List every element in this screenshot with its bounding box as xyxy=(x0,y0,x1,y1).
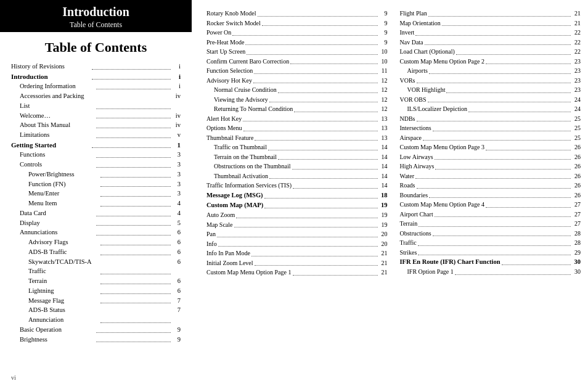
toc-item: Annunciations6 xyxy=(11,227,181,237)
toc-dots xyxy=(92,140,171,149)
toc-page: iv xyxy=(172,120,181,130)
toc-entry: VORs23 xyxy=(400,76,581,86)
entry-label: Strikes xyxy=(400,248,417,258)
entry-page: 26 xyxy=(572,181,581,190)
entry-label: IFR En Route (IFR) Chart Function xyxy=(400,257,500,267)
toc-dots xyxy=(100,199,171,207)
toc-entry: Custom Map Menu Option Page 223 xyxy=(400,57,581,67)
toc-item-label: Function (FN) xyxy=(28,179,99,189)
toc-dots xyxy=(100,170,171,178)
entry-label: Pan xyxy=(206,229,216,239)
toc-dots xyxy=(100,276,171,284)
toc-entry: Confirm Current Baro Correction10 xyxy=(206,57,388,67)
entry-page: 28 xyxy=(572,229,581,239)
entry-page: 30 xyxy=(572,257,581,267)
entry-page: 27 xyxy=(572,219,581,229)
toc-dots xyxy=(96,218,171,226)
entry-dots xyxy=(442,25,571,26)
entry-dots xyxy=(468,112,571,112)
toc-entry: Obstructions on the Thumbnail14 xyxy=(206,162,388,171)
toc-item: Data Card4 xyxy=(11,208,181,218)
entry-label: Map Scale xyxy=(206,220,233,230)
entry-label: Obstructions on the Thumbnail xyxy=(214,162,291,171)
entry-label: Water xyxy=(400,171,415,181)
entry-dots xyxy=(417,188,571,189)
entry-dots xyxy=(486,207,571,208)
entry-page: 14 xyxy=(379,152,388,162)
toc-entry: High Airways26 xyxy=(400,162,581,171)
sidebar-title: Introduction xyxy=(0,5,192,19)
entry-dots xyxy=(269,178,377,179)
toc-item: Advisory Flags6 xyxy=(11,237,181,247)
toc-item-label: About This Manual xyxy=(20,120,95,130)
toc-dots xyxy=(100,305,171,323)
toc-item: Accessories and Packing Listiv xyxy=(11,91,181,111)
toc-page: i xyxy=(172,81,181,91)
entry-dots xyxy=(293,188,377,189)
toc-dots xyxy=(100,286,171,294)
toc-page: i xyxy=(172,62,181,72)
toc-item: History of Revisionsi xyxy=(11,62,181,72)
entry-page: 28 xyxy=(572,238,581,248)
toc-page: 9 xyxy=(172,335,181,345)
toc-page: 7 xyxy=(172,296,181,306)
entry-dots xyxy=(435,159,571,160)
toc-entry: Viewing the Advisory12 xyxy=(206,95,388,105)
toc-entry: Custom Map Menu Option Page 121 xyxy=(206,268,388,277)
entry-page: 26 xyxy=(572,190,581,200)
sidebar-page-number: vi xyxy=(0,372,192,381)
entry-label: Load Chart (Optional) xyxy=(400,47,455,57)
toc-page: 3 xyxy=(172,150,181,160)
entry-page: 23 xyxy=(572,85,581,95)
entry-dots xyxy=(245,44,377,45)
toc-entry: Auto Zoom19 xyxy=(206,210,388,220)
entry-page: 26 xyxy=(572,142,581,152)
entry-page: 13 xyxy=(379,114,388,124)
toc-main-title: Table of Contents xyxy=(11,39,181,55)
entry-dots xyxy=(446,92,571,93)
entry-label: Terrain xyxy=(400,219,418,229)
entry-dots xyxy=(268,150,378,150)
toc-item-label: Basic Operation xyxy=(20,325,95,335)
toc-entry: Terrain27 xyxy=(400,219,581,229)
entry-label: Intersections xyxy=(400,123,431,133)
entry-dots xyxy=(423,140,571,141)
toc-entry: Alert Hot Key13 xyxy=(206,114,388,124)
toc-entry: Advisory Hot Key12 xyxy=(206,76,388,86)
toc-entry: Traffic Information Services (TIS)14 xyxy=(206,181,388,190)
entry-page: 26 xyxy=(572,171,581,181)
entry-label: VOR OBS xyxy=(400,95,427,105)
entry-dots xyxy=(428,102,571,102)
toc-entry: Power On9 xyxy=(206,28,388,38)
entry-page: 11 xyxy=(379,66,388,76)
entry-dots xyxy=(243,121,377,121)
col2: Flight Plan21Map Orientation21Invert22Na… xyxy=(400,9,581,375)
toc-entry: Flight Plan21 xyxy=(400,9,581,18)
sidebar-toc-list: History of RevisionsiIntroductioniOrderi… xyxy=(11,62,181,344)
entry-label: Message Log (MSG) xyxy=(206,190,263,200)
entry-label: Custom Map Menu Option Page 4 xyxy=(400,200,485,210)
toc-dots xyxy=(96,111,171,119)
entry-dots xyxy=(264,208,377,208)
toc-item-label: ADS-B Traffic xyxy=(28,247,99,257)
entry-label: Rocker Switch Model xyxy=(206,18,261,28)
entry-page: 21 xyxy=(572,9,581,18)
toc-item: Brightness9 xyxy=(11,335,181,345)
entry-dots xyxy=(418,245,571,246)
entry-dots xyxy=(293,275,378,276)
toc-dots xyxy=(96,335,171,343)
toc-entry: Info20 xyxy=(206,239,388,249)
entry-dots xyxy=(435,169,571,170)
entry-page: 18 xyxy=(379,190,388,200)
entry-page: 14 xyxy=(379,162,388,171)
toc-dots xyxy=(96,160,171,168)
entry-page: 19 xyxy=(379,220,388,230)
entry-label: Alert Hot Key xyxy=(206,114,242,124)
entry-label: High Airways xyxy=(400,162,435,171)
toc-item-label: Getting Started xyxy=(11,140,91,150)
toc-entry: Traffic28 xyxy=(400,238,581,248)
toc-item: About This Manualiv xyxy=(11,120,181,130)
entry-label: Custom Map Menu Option Page 2 xyxy=(400,57,485,67)
toc-item: Skywatch/TCAD/TIS-A Traffic6 xyxy=(11,257,181,277)
entry-label: Pre-Heat Mode xyxy=(206,38,244,47)
